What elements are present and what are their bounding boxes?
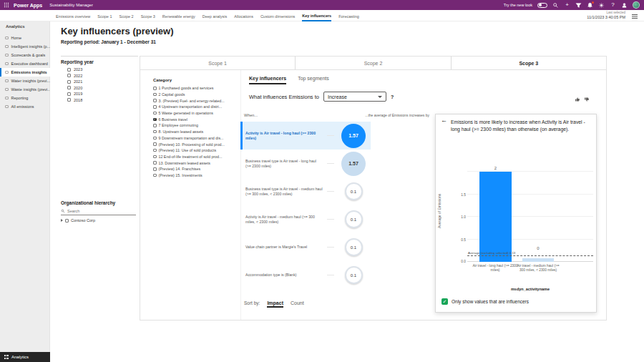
scope-3-section-tab[interactable]: Scope 3 — [451, 57, 606, 69]
influencer-bubble[interactable]: 1.57 — [341, 124, 366, 148]
scope-2-section-tab[interactable]: Scope 2 — [295, 57, 450, 69]
influencer-bubble[interactable]: 1.57 — [341, 152, 366, 176]
category-item[interactable]: 13. Downstream leased assets — [153, 160, 240, 166]
sidebar-item-scorecards-goals[interactable]: Scorecards & goals — [0, 51, 50, 59]
influencer-row-value-chain-partner[interactable]: Value chain partner is Margie's Travel 0… — [240, 233, 371, 261]
help-question-icon[interactable]: ? — [391, 94, 394, 99]
org-tree-item[interactable]: Contoso Corp — [61, 218, 95, 222]
tab-renewable-energy[interactable]: Renewable energy — [162, 11, 195, 21]
only-influencers-row[interactable]: Only show values that are influencers — [441, 298, 529, 305]
sidebar-item-all-emissions[interactable]: All emissions — [0, 102, 50, 111]
category-item[interactable]: (Preview) 15. Investments — [153, 172, 240, 179]
year-row-2021[interactable]: 2021 — [67, 79, 82, 85]
checkbox-icon — [153, 124, 157, 127]
year-row-2018[interactable]: 2018 — [67, 97, 82, 104]
tab-scope-1[interactable]: Scope 1 — [97, 11, 112, 21]
tab-key-influencers[interactable]: Key influencers — [302, 11, 331, 21]
sidebar-item-home[interactable]: Home — [0, 34, 50, 42]
category-item[interactable]: (Preview) 11: Use of sold products — [153, 147, 240, 154]
sidebar-item-executive-dashboard[interactable]: Executive dashboard — [0, 59, 50, 68]
year-row-2022[interactable]: 2022 — [67, 73, 82, 79]
add-icon[interactable]: + — [564, 2, 570, 9]
search-icon[interactable] — [552, 2, 559, 9]
org-search-input[interactable] — [67, 209, 132, 213]
metric-dropdown[interactable]: Increase — [323, 92, 386, 102]
tab-deep-analysis[interactable]: Deep analysis — [203, 11, 228, 21]
tab-custom-dimensions[interactable]: Custom dimensions — [260, 11, 295, 21]
filter-icon[interactable] — [575, 2, 582, 9]
influencer-row-travel-type-long-haul[interactable]: Business travel type is Air travel - lon… — [240, 150, 371, 177]
sort-count-option[interactable]: Count — [291, 300, 304, 305]
category-item[interactable]: 9 Downstream transportation and dis... — [153, 135, 240, 142]
influencer-row-activity-long-haul[interactable]: Activity is Air travel - long haul (>= 2… — [240, 122, 371, 150]
page-menu-icon[interactable] — [632, 14, 638, 15]
influencer-bubble[interactable]: 0.1 — [345, 210, 363, 228]
category-item-business-travel[interactable]: 6 Business travel — [153, 116, 240, 122]
year-row-2020[interactable]: 2020 — [67, 85, 82, 92]
checkbox-icon[interactable] — [441, 298, 448, 305]
category-item[interactable]: 5 Waste generated in operations — [153, 110, 240, 117]
back-arrow-icon[interactable]: ← — [441, 117, 447, 124]
sidebar-item-waste-insights[interactable]: Waste insights (previ... — [0, 85, 50, 94]
category-item[interactable]: 2 Capital goods — [153, 92, 240, 98]
help-icon[interactable]: ? — [610, 2, 616, 9]
checkbox-icon — [153, 142, 157, 146]
chevron-right-icon[interactable] — [61, 219, 63, 222]
org-search[interactable] — [61, 207, 136, 215]
sidebar-item-intelligent-insights[interactable]: Intelligent insights (p... — [0, 42, 50, 51]
category-item[interactable]: 12 End-of-life treatment of sold prod... — [153, 154, 240, 160]
sidebar-item-reporting[interactable]: Reporting — [0, 94, 50, 102]
checkbox-icon — [67, 80, 71, 84]
category-item-label: 3. (Preview) Fuel- and energy-related... — [159, 99, 225, 103]
category-item[interactable]: (Preview) 14. Franchises — [153, 166, 240, 172]
category-item-label: (Preview) 15. Investments — [159, 173, 203, 177]
influencer-row-activity-medium-haul[interactable]: Activity is Air travel - medium haul (>=… — [240, 205, 371, 233]
scope-card: Scope 1 Scope 2 Scope 3 Category 1 Purch… — [140, 56, 607, 321]
checkbox-icon — [67, 74, 71, 77]
year-row-2019[interactable]: 2019 — [67, 91, 82, 97]
top-segments-tab[interactable]: Top segments — [298, 76, 329, 84]
key-influencers-tab[interactable]: Key influencers — [249, 76, 286, 84]
bar-medium-haul[interactable] — [522, 258, 554, 262]
avatar[interactable] — [633, 1, 640, 9]
influencer-row-travel-type-medium-haul[interactable]: Business travel type is Air travel - med… — [240, 177, 371, 205]
waffle-icon[interactable] — [4, 2, 9, 8]
app-name[interactable]: Power Apps — [14, 3, 42, 8]
y-tick-label: 0.5 — [457, 238, 466, 242]
tab-scope-2[interactable]: Scope 2 — [119, 11, 133, 21]
year-label: 2019 — [74, 92, 82, 96]
influencer-bubble[interactable]: 0.1 — [345, 182, 363, 200]
tab-scope-3[interactable]: Scope 3 — [141, 11, 155, 21]
tab-emissions-overview[interactable]: Emissions overview — [56, 11, 90, 21]
notifications-bell-icon[interactable] — [587, 2, 593, 9]
thumbs-down-icon[interactable] — [584, 97, 590, 102]
category-item[interactable]: (Preview) 10. Processing of sold prod... — [153, 141, 240, 147]
scorecard-icon — [5, 54, 9, 57]
sidebar-item-emissions-insights[interactable]: Emissions insights — [0, 68, 50, 77]
area-switcher[interactable]: Analytics — [0, 352, 50, 362]
category-item[interactable]: 4 Upstream transportation and distri... — [153, 104, 240, 110]
category-item[interactable]: 8. Upstream leased assets — [153, 129, 240, 135]
settings-gear-icon[interactable] — [598, 2, 605, 9]
person-icon[interactable] — [621, 2, 628, 9]
bar-long-haul[interactable] — [479, 172, 512, 262]
sidebar-item-water-insights[interactable]: Water insights (previ... — [0, 77, 50, 85]
sort-impact-option[interactable]: Impact — [267, 300, 283, 308]
influencer-bubble[interactable]: 0.1 — [345, 266, 363, 284]
checkbox-icon — [67, 86, 71, 89]
tab-allocations[interactable]: Allocations — [234, 11, 253, 21]
year-row-2023[interactable]: 2023 — [67, 67, 82, 73]
influencer-row-accommodation-type[interactable]: Accommodation type is (Blank) 0.1 — [240, 261, 371, 289]
connector-line — [327, 219, 334, 220]
checkbox-icon[interactable] — [65, 219, 69, 222]
thumbs-up-icon[interactable] — [575, 97, 580, 102]
influencer-bubble[interactable]: 0.1 — [345, 238, 363, 256]
checkbox-icon — [153, 137, 157, 140]
category-item[interactable]: 3. (Preview) Fuel- and energy-related... — [153, 97, 240, 104]
scope-1-section-tab[interactable]: Scope 1 — [140, 57, 295, 69]
new-look-toggle[interactable] — [537, 3, 547, 8]
checkbox-icon — [67, 98, 71, 102]
category-item[interactable]: 1 Purchased goods and services — [153, 85, 240, 92]
category-item[interactable]: 7 Employee commuting — [153, 122, 240, 129]
tab-forecasting[interactable]: Forecasting — [338, 11, 359, 21]
